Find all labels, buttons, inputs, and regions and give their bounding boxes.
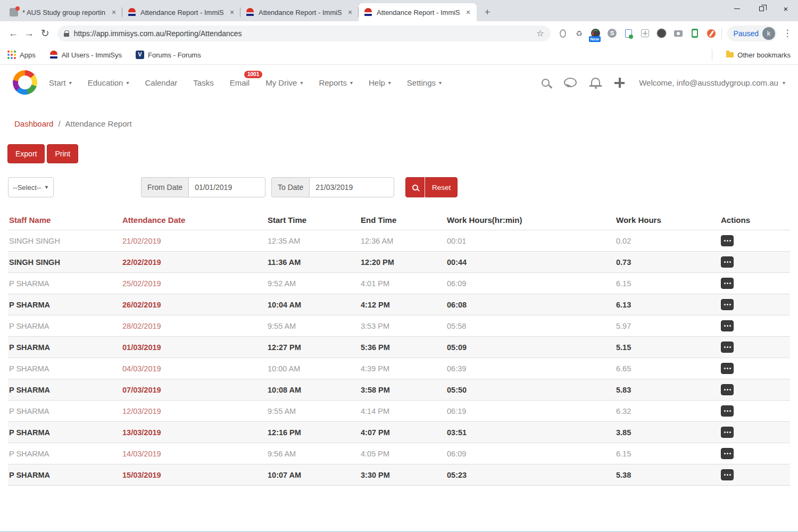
notifications-bell-icon[interactable] <box>591 78 600 86</box>
profile-button[interactable]: Paused k <box>727 26 777 41</box>
quick-add-icon[interactable] <box>614 78 625 88</box>
page-content: Start▾ Education▾ Calendar Tasks Email10… <box>0 65 798 531</box>
report-type-select[interactable]: --Select-- ▼ <box>8 177 54 197</box>
print-button[interactable]: Print <box>47 144 78 163</box>
row-actions-button[interactable] <box>721 278 734 289</box>
extension-pen-icon[interactable] <box>706 29 716 38</box>
search-icon[interactable] <box>542 79 550 87</box>
account-menu[interactable]: Welcome, info@ausstudygroup.com.au ▾ <box>639 78 785 87</box>
extension-new-badge: New <box>589 36 601 42</box>
table-row: P SHARMA 01/03/2019 12:27 PM 5:36 PM 05:… <box>8 337 790 358</box>
table-row: P SHARMA 13/03/2019 12:16 PM 4:07 PM 03:… <box>8 422 790 443</box>
start-time-cell: 12:35 AM <box>267 230 360 252</box>
apps-shortcut[interactable]: Apps <box>7 51 36 59</box>
export-button[interactable]: Export <box>7 144 45 163</box>
row-actions-button[interactable] <box>721 256 734 268</box>
tab-title: Attendance Report - ImmiSys <box>140 9 223 16</box>
nav-item-start[interactable]: Start▾ <box>49 78 72 87</box>
chevron-down-icon: ▾ <box>783 80 785 86</box>
window-restore-button[interactable] <box>749 0 774 17</box>
extension-bug-icon[interactable] <box>657 29 667 38</box>
reset-button[interactable]: Reset <box>425 177 458 197</box>
to-date-input[interactable] <box>309 177 394 197</box>
window-close-button[interactable]: × <box>774 0 798 17</box>
reload-button[interactable]: ↻ <box>37 27 53 39</box>
browser-tab-1[interactable]: * AUS Study group reporting tha × <box>4 3 122 21</box>
extension-grid-icon[interactable] <box>641 29 650 38</box>
nav-item-education[interactable]: Education▾ <box>88 78 129 87</box>
work-hours-hrmin-cell: 05:50 <box>446 379 615 401</box>
nav-item-reports[interactable]: Reports▾ <box>319 78 353 87</box>
tab-close-icon[interactable]: × <box>464 8 472 16</box>
table-row: P SHARMA 26/02/2019 10:04 AM 4:12 PM 06:… <box>8 294 790 315</box>
nav-item-tasks[interactable]: Tasks <box>193 78 213 87</box>
row-actions-button[interactable] <box>721 342 734 353</box>
chat-icon[interactable] <box>564 78 577 87</box>
nav-item-calendar[interactable]: Calendar <box>145 78 177 87</box>
browser-menu-icon[interactable]: ⋮ <box>782 28 793 39</box>
row-actions-button[interactable] <box>721 448 734 459</box>
row-actions-button[interactable] <box>721 469 734 480</box>
row-actions-button[interactable] <box>721 384 734 395</box>
browser-tab-3[interactable]: Attendance Report - ImmiSys × <box>240 3 359 21</box>
extension-camera-icon[interactable] <box>674 29 683 38</box>
tab-close-icon[interactable]: × <box>346 8 354 16</box>
row-actions-button[interactable] <box>721 363 734 374</box>
from-date-input[interactable] <box>188 177 265 197</box>
header-attendance-date[interactable]: Attendance Date <box>121 212 267 230</box>
nav-item-my-drive[interactable]: My Drive▾ <box>265 78 303 87</box>
bookmarks-bar: Apps All Users - ImmiSys Forums - Forums… <box>0 45 798 65</box>
extension-phone-icon[interactable] <box>690 29 700 38</box>
back-button[interactable]: ← <box>5 28 21 39</box>
breadcrumb-current: Attendance Report <box>65 119 132 128</box>
nav-item-settings[interactable]: Settings▾ <box>407 78 442 87</box>
tab-close-icon[interactable]: × <box>228 8 236 16</box>
extension-oval-icon[interactable] <box>558 29 568 38</box>
extension-document-icon[interactable] <box>624 29 634 38</box>
browser-tab-2[interactable]: Attendance Report - ImmiSys × <box>122 3 240 21</box>
header-staff-name[interactable]: Staff Name <box>8 212 121 230</box>
extensions-area: ♻ New <box>558 29 716 38</box>
ellipsis-icon <box>727 474 728 476</box>
extension-recycle-icon[interactable]: ♻ <box>575 29 584 38</box>
address-bar[interactable]: https://app.immisys.com.au/Reporting/Att… <box>57 26 551 41</box>
browser-tab-4-active[interactable]: Attendance Report - ImmiSys × <box>359 3 477 21</box>
chevron-down-icon: ▾ <box>388 80 391 86</box>
extension-gauge-icon[interactable]: New <box>591 29 601 38</box>
attendance-table: Staff Name Attendance Date Start Time En… <box>8 212 790 486</box>
row-actions-button[interactable] <box>721 235 734 246</box>
url-text[interactable]: https://app.immisys.com.au/Reporting/Att… <box>74 29 532 38</box>
attendance-date-cell: 04/03/2019 <box>121 358 267 379</box>
row-actions-button[interactable] <box>721 299 734 310</box>
extension-skype-icon[interactable] <box>608 29 617 38</box>
bookmark-forums[interactable]: Forums - Forums <box>136 51 201 59</box>
forward-button[interactable]: → <box>21 28 37 39</box>
profile-avatar[interactable]: k <box>762 27 775 40</box>
nav-item-help[interactable]: Help▾ <box>369 78 391 87</box>
window-minimize-button[interactable] <box>725 0 749 17</box>
row-actions-button[interactable] <box>721 405 734 417</box>
breadcrumb-dashboard-link[interactable]: Dashboard <box>14 119 53 128</box>
row-actions-button[interactable] <box>721 427 734 438</box>
table-row: P SHARMA 04/03/2019 10:00 AM 4:39 PM 06:… <box>8 358 790 379</box>
tab-title: Attendance Report - ImmiSys <box>259 9 342 16</box>
table-row: SINGH SINGH 22/02/2019 11:36 AM 12:20 PM… <box>8 252 790 273</box>
work-hours-cell: 6.32 <box>615 401 720 422</box>
bookmark-label: All Users - ImmiSys <box>62 51 122 59</box>
search-submit-button[interactable] <box>405 177 425 197</box>
nav-item-email[interactable]: Email1001 <box>230 78 250 87</box>
apps-label: Apps <box>20 51 36 59</box>
start-time-cell: 10:00 AM <box>267 358 360 379</box>
end-time-cell: 4:07 PM <box>360 422 446 443</box>
tab-close-icon[interactable]: × <box>110 8 118 16</box>
restore-icon <box>759 6 764 11</box>
bookmark-star-icon[interactable]: ☆ <box>536 28 544 38</box>
other-bookmarks-button[interactable]: Other bookmarks <box>726 51 791 59</box>
ellipsis-icon <box>727 453 728 454</box>
row-actions-button[interactable] <box>721 320 734 331</box>
bookmark-all-users[interactable]: All Users - ImmiSys <box>49 51 122 59</box>
work-hours-hrmin-cell: 00:44 <box>446 252 615 273</box>
new-tab-button[interactable]: + <box>480 5 495 20</box>
ausstudygroup-logo[interactable] <box>13 70 37 95</box>
header-end-time: End Time <box>360 212 446 230</box>
